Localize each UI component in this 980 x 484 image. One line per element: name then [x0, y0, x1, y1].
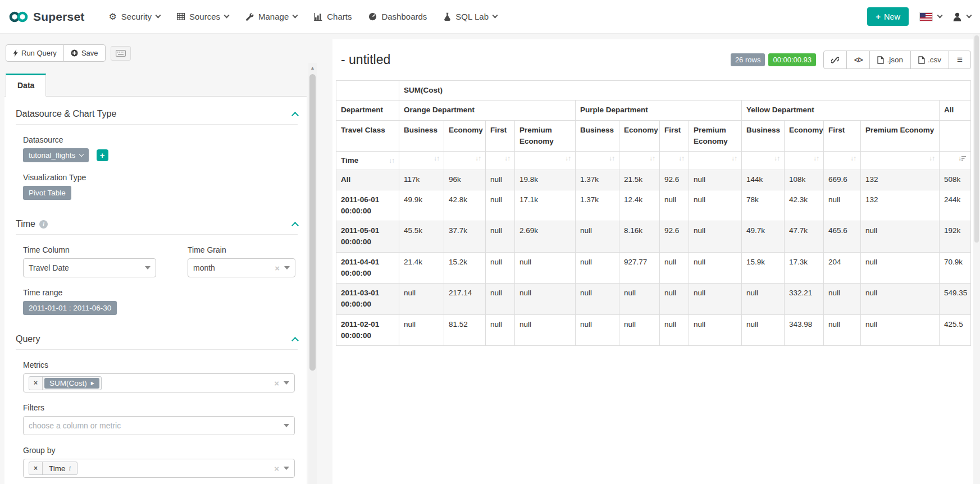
sort-icon[interactable]: ↓↑ [475, 155, 481, 162]
pivot-value-cell: null [486, 284, 515, 315]
clear-icon[interactable]: × [274, 378, 279, 388]
nav-charts[interactable]: Charts [314, 12, 352, 21]
sort-icon[interactable]: ↓↑ [609, 155, 614, 162]
pivot-value-cell: 132 [861, 190, 940, 221]
scrollbar-thumb[interactable] [309, 74, 316, 371]
left-panel-scrollbar[interactable]: ▲ [308, 63, 317, 484]
save-button[interactable]: Save [63, 44, 106, 62]
nav-manage[interactable]: Manage [245, 12, 297, 21]
pivot-value-cell: 92.6 [660, 170, 689, 190]
plus-icon: + [876, 12, 881, 21]
nav-security[interactable]: ⚙ Security [108, 12, 160, 21]
flask-icon [444, 12, 451, 21]
embed-code-button[interactable]: </> [846, 51, 870, 69]
keyboard-shortcuts-button[interactable] [111, 46, 131, 61]
datasource-select[interactable]: tutorial_flights [23, 148, 89, 162]
sort-desc-icon[interactable]: ↓ [958, 155, 966, 162]
user-menu[interactable] [953, 12, 971, 21]
collapse-section-icon[interactable] [291, 112, 299, 119]
pivot-value-cell: 17.1k [515, 190, 576, 221]
sort-header: ↓↑ [619, 152, 660, 170]
scrollbar-thumb[interactable] [974, 35, 979, 243]
time-grain-select[interactable]: month × [188, 258, 295, 277]
filters-select[interactable]: choose a column or metric [23, 416, 295, 435]
link-icon [831, 56, 839, 64]
sort-icon[interactable]: ↓↑ [774, 155, 780, 162]
nav-sources[interactable]: Sources [177, 12, 229, 21]
sort-icon[interactable]: ↓↑ [649, 155, 655, 162]
sort-icon[interactable]: ↓↑ [929, 155, 935, 162]
travel-class-column-header: Business [399, 120, 444, 152]
pivot-value-cell: 465.6 [824, 221, 861, 253]
pivot-value-cell: 19.8k [515, 170, 576, 190]
language-selector[interactable] [920, 13, 942, 21]
chart-title[interactable]: - untitled [341, 52, 390, 67]
chart-menu-button[interactable]: ≡ [949, 51, 971, 69]
superset-logo[interactable]: Superset [9, 10, 84, 24]
pivot-value-cell: null [861, 252, 940, 284]
clear-icon[interactable]: × [274, 464, 279, 473]
bar-chart-icon [314, 13, 322, 21]
travel-class-column-header: First [486, 120, 515, 152]
pivot-value-cell: null [486, 221, 515, 253]
time-range-button[interactable]: 2011-01-01 : 2011-06-30 [23, 301, 117, 315]
pivot-value-cell: 12.4k [619, 190, 660, 221]
pivot-value-cell: 49.7k [742, 221, 785, 253]
pivot-value-cell: null [689, 170, 742, 190]
metric-token-label[interactable]: SUM(Cost) ▶ [44, 378, 99, 389]
groupby-select[interactable]: × Time i × [23, 459, 295, 478]
pivot-value-cell: 244k [940, 190, 971, 221]
sort-icon[interactable]: ↓↑ [678, 155, 684, 162]
export-json-button[interactable]: .json [869, 51, 911, 69]
metric-header: SUM(Cost) [399, 81, 971, 101]
query-duration-badge: 00:00:00.93 [768, 53, 816, 66]
pivot-row: 2011-03-0100:00:00null217.14nullnullnull… [336, 284, 971, 315]
tab-data[interactable]: Data [6, 74, 46, 97]
row-label: 2011-05-0100:00:00 [336, 221, 399, 253]
infinity-logo-icon [9, 10, 28, 24]
pivot-value-cell: 8.16k [619, 221, 660, 253]
travel-class-column-header: Business [576, 120, 619, 152]
new-button[interactable]: + New [867, 7, 909, 26]
pivot-value-cell: null [576, 284, 619, 315]
time-range-label: Time range [23, 288, 298, 297]
nav-sql-lab[interactable]: SQL Lab [444, 12, 497, 21]
caret-right-icon: ▶ [91, 381, 94, 386]
page-scrollbar[interactable] [973, 34, 980, 484]
row-label: All [336, 170, 399, 190]
pivot-value-cell: null [576, 221, 619, 253]
chevron-down-icon [967, 13, 972, 19]
share-link-button[interactable] [823, 51, 847, 69]
pivot-value-cell: 332.21 [785, 284, 824, 315]
sort-header-active: ↓ [940, 152, 971, 170]
metrics-select[interactable]: × SUM(Cost) ▶ × [23, 373, 295, 392]
time-column-select[interactable]: Travel Date [23, 258, 156, 277]
travel-class-column-header: Premium Economy [861, 120, 940, 152]
pivot-table: SUM(Cost)DepartmentOrange DepartmentPurp… [336, 80, 971, 346]
sort-icon[interactable]: ↓↑ [813, 155, 819, 162]
visualization-type-select[interactable]: Pivot Table [23, 186, 71, 200]
sort-icon[interactable]: ↓↑ [850, 155, 856, 162]
all-column-header: All [940, 101, 971, 120]
caret-down-icon [284, 266, 290, 270]
filters-label: Filters [23, 403, 298, 412]
collapse-section-icon[interactable] [291, 337, 299, 344]
remove-token-icon[interactable]: × [29, 377, 43, 390]
file-json-icon [877, 56, 884, 64]
export-csv-button[interactable]: .csv [910, 51, 949, 69]
pivot-value-cell: null [861, 221, 940, 253]
sort-icon[interactable]: ↓↑ [504, 155, 510, 162]
clear-icon[interactable]: × [275, 263, 280, 273]
sort-icon[interactable]: ↓↑ [565, 155, 571, 162]
collapse-section-icon[interactable] [291, 222, 299, 229]
remove-token-icon[interactable]: × [29, 462, 43, 474]
sort-icon[interactable]: ↓↑ [731, 155, 737, 162]
sort-icon[interactable]: ↓↑ [389, 157, 394, 164]
scroll-up-icon[interactable]: ▲ [308, 63, 317, 71]
run-query-button[interactable]: Run Query [6, 44, 64, 62]
add-datasource-button[interactable]: + [97, 149, 108, 161]
nav-dashboards[interactable]: Dashboards [368, 12, 427, 21]
pivot-value-cell: null [486, 170, 515, 190]
groupby-token: × Time i [29, 462, 78, 475]
sort-icon[interactable]: ↓↑ [434, 155, 439, 162]
